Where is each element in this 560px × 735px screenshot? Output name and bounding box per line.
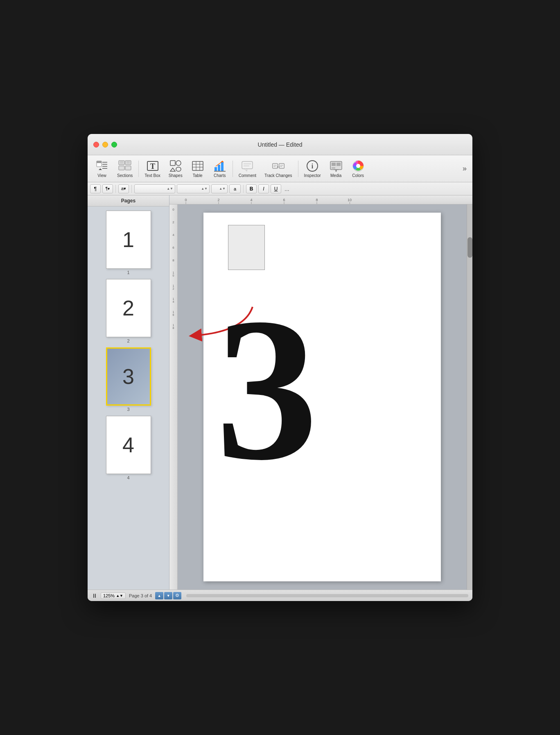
page-info: Page 3 of 4	[129, 593, 152, 598]
arrow-annotation	[178, 299, 273, 352]
format-style-select[interactable]: ▲▼	[134, 184, 175, 193]
svg-marker-6	[99, 168, 102, 170]
canvas-area: 0 2 4 6 8 10 0 2 4 6 8 10	[169, 195, 472, 590]
toolbar-item-colors[interactable]: Colors	[348, 158, 368, 179]
toolbar-item-textbox[interactable]: T Text Box	[141, 158, 163, 179]
sidebar-pages-list: 1 1 2 2 3 3	[88, 206, 169, 484]
media-label: Media	[330, 173, 341, 178]
toolbar-more-button[interactable]: »	[461, 163, 468, 175]
window-title: Untitled — Edited	[258, 141, 303, 148]
italic-label: I	[263, 186, 264, 192]
horizontal-ruler: 0 2 4 6 8 10	[169, 195, 472, 204]
toolbar-item-view[interactable]: View	[92, 158, 112, 179]
svg-marker-33	[244, 169, 247, 171]
svg-rect-29	[221, 162, 224, 171]
colors-icon	[352, 159, 365, 172]
zoom-control[interactable]: 125% ▲▼	[101, 592, 126, 599]
maximize-button[interactable]	[111, 142, 117, 147]
view-label: View	[97, 173, 106, 178]
v-ruler-18: 18	[173, 324, 174, 329]
title-bar: Untitled — Edited	[88, 134, 472, 155]
status-bar: ⏸ 125% ▲▼ Page 3 of 4 ▲ ▼ ⚙	[88, 590, 472, 601]
table-icon	[191, 159, 204, 172]
svg-rect-22	[192, 161, 203, 170]
shapes-icon	[169, 159, 182, 172]
format-size-select[interactable]: ▲▼	[211, 184, 228, 193]
close-button[interactable]	[93, 142, 99, 147]
format-text-align[interactable]: a▾	[118, 184, 129, 193]
format-more-button[interactable]: ...	[285, 186, 289, 192]
pause-button[interactable]: ⏸	[92, 592, 97, 599]
toolbar-item-track-changes[interactable]: ↔ Track Changes	[261, 158, 295, 179]
svg-marker-7	[104, 168, 107, 172]
svg-text:T: T	[150, 162, 155, 170]
minimize-button[interactable]	[102, 142, 108, 147]
page-thumb-container-3[interactable]: 3 3	[91, 347, 166, 412]
comment-icon	[241, 159, 254, 172]
bold-label: B	[250, 186, 253, 192]
charts-label: Charts	[214, 173, 226, 178]
toolbar-item-table[interactable]: Table	[187, 158, 208, 179]
sections-icon	[118, 159, 131, 172]
format-style-box[interactable]: a	[229, 184, 241, 193]
toolbar-separator-1	[138, 161, 139, 177]
progress-bar	[186, 594, 468, 597]
page-thumb-container-4[interactable]: 4 4	[91, 416, 166, 480]
ruler-mark-2: 2	[217, 198, 219, 204]
svg-marker-31	[221, 161, 224, 162]
page-3-number: 3	[122, 364, 134, 389]
svg-rect-32	[242, 161, 253, 169]
inspector-icon: i	[306, 159, 319, 172]
toolbar-item-comment[interactable]: Comment	[235, 158, 260, 179]
page-content-scroll[interactable]: 3	[178, 204, 467, 590]
page-4-number: 4	[122, 433, 134, 457]
format-style-value	[136, 186, 138, 191]
toolbar-item-sections[interactable]: Sections	[114, 158, 136, 179]
format-style-arrow: ▲▼	[167, 187, 173, 191]
v-ruler-16: 16	[173, 311, 174, 316]
page-thumb-1[interactable]: 1	[106, 211, 151, 269]
svg-marker-20	[170, 168, 175, 171]
textbox-icon: T	[146, 159, 159, 172]
page-thumb-2[interactable]: 2	[106, 279, 151, 337]
svg-rect-28	[218, 165, 220, 171]
traffic-lights	[93, 142, 117, 147]
page-thumb-3[interactable]: 3	[106, 347, 151, 406]
format-show-marks[interactable]: ¶▾	[102, 184, 113, 193]
page-thumb-container-1[interactable]: 1 1	[91, 211, 166, 275]
v-ruler-8: 8	[172, 259, 174, 262]
sidebar-header: Pages	[88, 195, 169, 206]
toolbar-item-shapes[interactable]: Shapes	[165, 158, 186, 179]
toolbar-item-charts[interactable]: Charts	[210, 158, 230, 179]
svg-rect-11	[125, 166, 131, 170]
format-bold-button[interactable]: B	[246, 184, 257, 193]
page-large-number: 3	[216, 286, 318, 491]
format-underline-button[interactable]: U	[271, 184, 281, 193]
format-italic-button[interactable]: I	[258, 184, 269, 193]
sections-label: Sections	[117, 173, 133, 178]
toolbar-item-inspector[interactable]: i Inspector	[301, 158, 324, 179]
main-area: Pages 1 1 2 2	[88, 195, 472, 590]
page-thumb-container-2[interactable]: 2 2	[91, 279, 166, 343]
svg-rect-47	[336, 163, 341, 166]
navigation-arrows: ▲ ▼ ⚙	[155, 592, 181, 599]
format-font-select[interactable]: ▲▼	[177, 184, 210, 193]
track-changes-icon: ↔	[272, 159, 285, 172]
charts-icon	[213, 159, 226, 172]
settings-button[interactable]: ⚙	[173, 592, 181, 599]
page-thumb-4[interactable]: 4	[106, 416, 151, 474]
format-bar: ¶ ¶▾ a▾ ▲▼ ▲▼ ▲▼ a B I U ...	[88, 182, 472, 195]
ruler-mark-0: 0	[185, 198, 187, 204]
format-paragraph-icon[interactable]: ¶	[90, 184, 101, 193]
v-ruler-4: 4	[172, 233, 174, 237]
vertical-scrollbar[interactable]	[467, 204, 472, 590]
floating-box[interactable]	[228, 225, 265, 270]
prev-page-button[interactable]: ▲	[155, 592, 163, 599]
next-page-button[interactable]: ▼	[164, 592, 172, 599]
underline-label: U	[274, 186, 278, 192]
svg-rect-9	[125, 161, 131, 165]
page-1-label: 1	[127, 270, 129, 275]
toolbar-item-media[interactable]: Media	[326, 158, 346, 179]
scrollbar-thumb[interactable]	[467, 237, 472, 258]
format-font-arrow: ▲▼	[201, 187, 208, 191]
